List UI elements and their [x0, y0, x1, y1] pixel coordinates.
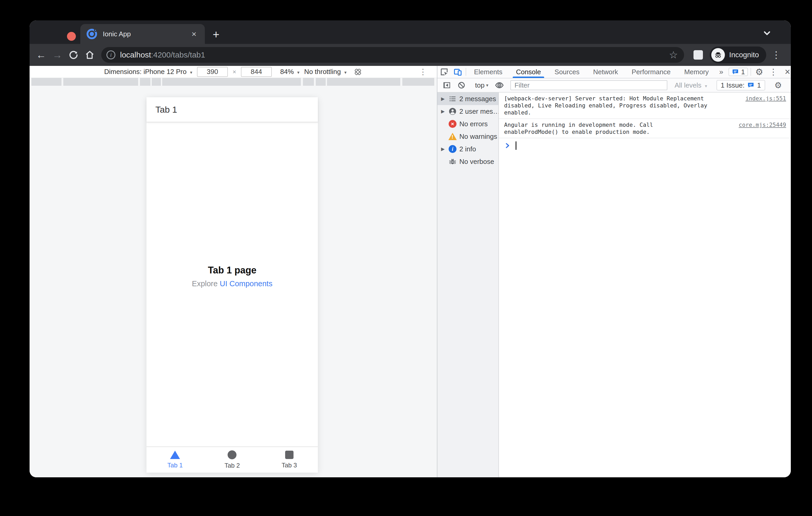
devtools-close-icon[interactable]: ×: [780, 66, 791, 78]
expand-triangle-icon[interactable]: ▶: [440, 146, 446, 152]
console-toolbar: top ▾ All levels ▾ 1 Issue: 1: [437, 79, 791, 93]
devtools-panel: Elements Console Sources Network Perform…: [437, 66, 791, 477]
throttling-value: No throttling: [304, 68, 341, 75]
dimensions-label: Dimensions: iPhone 12 Pro: [104, 68, 186, 75]
source-link[interactable]: core.mjs:25449: [739, 121, 786, 135]
triangle-icon: [170, 451, 180, 459]
error-icon: ×: [448, 120, 457, 128]
device-type-select[interactable]: Dimensions: iPhone 12 Pro ▾: [104, 68, 192, 76]
issues-count: 1: [741, 68, 745, 76]
app-tab-label: Tab 3: [282, 462, 297, 469]
chevron-down-icon: ▾: [344, 70, 347, 75]
sidebar-item-user-messages[interactable]: ▶ 2 user mes…: [437, 105, 498, 118]
close-window-button[interactable]: [67, 32, 76, 41]
dimensions-times-label: ×: [233, 68, 236, 75]
back-icon[interactable]: ←: [34, 48, 49, 62]
sidebar-item-verbose[interactable]: No verbose: [437, 155, 498, 168]
app-tab-1[interactable]: Tab 1: [146, 447, 204, 473]
rotate-device-icon[interactable]: [353, 67, 362, 76]
console-message-text: Angular is running in development mode. …: [504, 121, 731, 135]
page-subtitle: Explore UI Components: [146, 279, 318, 288]
home-icon[interactable]: [82, 48, 97, 62]
forward-icon[interactable]: →: [50, 48, 65, 62]
console-message-webpack[interactable]: [webpack-dev-server] Server started: Hot…: [499, 93, 791, 119]
sidebar-item-warnings[interactable]: No warnings: [437, 130, 498, 143]
info-icon: i: [448, 145, 457, 153]
message-line: enableProdMode() to enable production mo…: [504, 129, 650, 135]
device-height-input[interactable]: [241, 67, 272, 77]
issues-counter-button[interactable]: 1: [729, 68, 748, 76]
device-width-input[interactable]: [197, 67, 228, 77]
url-text[interactable]: localhost:4200/tabs/tab1: [120, 51, 667, 59]
console-filter-input[interactable]: [511, 80, 667, 90]
browser-tab-ionic-app[interactable]: Ionic App ×: [80, 24, 205, 44]
app-tab-bar: Tab 1 Tab 2 Tab 3: [146, 447, 318, 473]
incognito-icon: [711, 48, 725, 62]
toggle-device-toolbar-icon[interactable]: [451, 66, 465, 78]
square-icon: [285, 451, 293, 459]
ionic-logo-icon: [87, 29, 97, 39]
issue-count: 1: [757, 81, 761, 89]
app-tab-3[interactable]: Tab 3: [261, 447, 318, 473]
clear-console-icon[interactable]: [454, 79, 469, 92]
tab-search-chevron-icon[interactable]: [762, 28, 772, 38]
device-toolbar-menu-icon[interactable]: ⋮: [419, 67, 427, 76]
bookmark-star-icon[interactable]: ☆: [667, 49, 679, 61]
device-toolbar: Dimensions: iPhone 12 Pro ▾ × 84% ▾ No t…: [30, 66, 437, 78]
circle-icon: [228, 450, 236, 459]
execution-context-select[interactable]: top ▾: [471, 81, 492, 89]
issue-label: 1 Issue:: [721, 81, 745, 89]
sidebar-item-messages[interactable]: ▶ 2 messages: [437, 93, 498, 105]
more-tabs-icon[interactable]: »: [716, 66, 727, 78]
browser-menu-icon[interactable]: ⋮: [768, 50, 785, 60]
sidebar-item-info[interactable]: ▶ i 2 info: [437, 143, 498, 155]
source-link[interactable]: index.js:551: [746, 95, 786, 116]
sidebar-item-label: No errors: [459, 120, 488, 128]
incognito-badge: Incognito: [710, 47, 766, 63]
log-levels-select[interactable]: All levels ▾: [671, 81, 711, 89]
side-panel-icon[interactable]: [694, 50, 703, 60]
ui-components-link[interactable]: UI Components: [220, 279, 272, 288]
sidebar-item-label: No warnings: [459, 132, 497, 141]
page-title: Tab 1 page: [146, 265, 318, 276]
sidebar-item-label: 2 info: [459, 145, 476, 153]
reload-icon[interactable]: [66, 48, 81, 62]
tab-performance[interactable]: Performance: [625, 66, 677, 78]
console-prompt[interactable]: [499, 138, 791, 153]
issue-button[interactable]: 1 Issue: 1: [717, 80, 765, 90]
sidebar-item-label: No verbose: [459, 158, 494, 166]
inspect-element-icon[interactable]: [437, 66, 451, 78]
site-info-icon[interactable]: i: [107, 51, 115, 59]
console-sidebar-toggle-icon[interactable]: [439, 79, 454, 92]
console-message-angular[interactable]: Angular is running in development mode. …: [499, 119, 791, 138]
chevron-down-icon: ▾: [486, 83, 488, 88]
app-tab-label: Tab 2: [225, 462, 240, 469]
emulated-phone-screen: Tab 1 Tab 1 page Explore UI Components T…: [146, 97, 318, 473]
devtools-menu-icon[interactable]: ⋮: [766, 66, 780, 78]
tab-elements[interactable]: Elements: [467, 66, 509, 78]
message-line: [webpack-dev-server] Server started: Hot…: [504, 95, 704, 102]
sidebar-item-errors[interactable]: × No errors: [437, 118, 498, 130]
zoom-value: 84%: [280, 68, 294, 75]
tab-close-icon[interactable]: ×: [190, 29, 199, 39]
zoom-select[interactable]: 84% ▾: [280, 68, 299, 76]
expand-triangle-icon[interactable]: ▶: [440, 109, 446, 114]
expand-triangle-icon[interactable]: ▶: [440, 96, 446, 102]
media-query-bar[interactable]: [30, 78, 437, 86]
console-settings-icon[interactable]: ⚙: [771, 79, 786, 92]
live-expression-eye-icon[interactable]: [492, 79, 507, 92]
tab-console[interactable]: Console: [509, 66, 548, 78]
tab-memory[interactable]: Memory: [677, 66, 716, 78]
app-tab-2[interactable]: Tab 2: [204, 447, 261, 473]
levels-value: All levels: [675, 81, 702, 89]
devtools-settings-icon[interactable]: ⚙: [752, 66, 766, 78]
tab-sources[interactable]: Sources: [548, 66, 586, 78]
tab-network[interactable]: Network: [586, 66, 625, 78]
app-header-title: Tab 1: [155, 104, 177, 115]
throttling-select[interactable]: No throttling ▾: [304, 68, 347, 76]
console-message-text: [webpack-dev-server] Server started: Hot…: [504, 95, 738, 116]
new-tab-button[interactable]: +: [213, 29, 220, 40]
app-tab-label: Tab 1: [167, 462, 183, 469]
device-emulation-pane: Dimensions: iPhone 12 Pro ▾ × 84% ▾ No t…: [30, 66, 437, 477]
address-bar[interactable]: i localhost:4200/tabs/tab1 ☆: [101, 47, 684, 63]
